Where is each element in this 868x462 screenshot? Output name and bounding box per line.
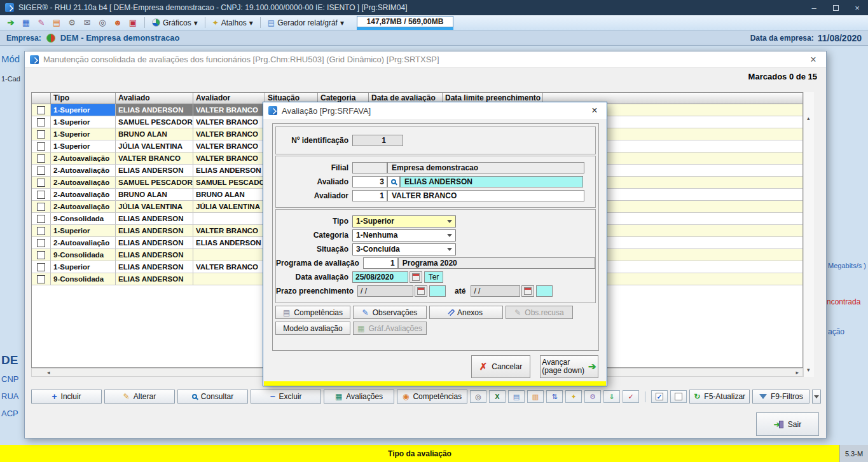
funnel-icon	[759, 394, 767, 399]
application-window: SIGER® - RHU 21.10a b4 [ DEM-Empresa dem…	[0, 0, 868, 462]
background-menu-fragment: Mód	[1, 53, 20, 64]
competencias-dialog-button[interactable]: ▤ Competências	[275, 306, 350, 319]
prazo-ate-field[interactable]: / /	[471, 285, 520, 297]
document-icon-button[interactable]: ▤	[508, 390, 525, 403]
programa-code-field[interactable]: 1	[363, 257, 398, 269]
main-toolbar: ➔ ▦ ✎ ▤ ⚙ ✉ ◎ ☻ ▣ Gráficos ▾ ✦ Atalhos ▾…	[0, 15, 868, 31]
mail-icon[interactable]: ✉	[80, 18, 94, 27]
maximize-button[interactable]	[825, 0, 846, 15]
avaliador-code-field[interactable]: 1	[352, 190, 387, 201]
atalhos-menu[interactable]: ✦ Atalhos ▾	[210, 18, 256, 27]
minimize-button[interactable]: –	[803, 0, 825, 15]
report-note-icon[interactable]: ✎	[34, 18, 48, 27]
header-avaliado[interactable]: Avaliado	[116, 93, 193, 104]
row-checkbox[interactable]	[37, 275, 45, 283]
row-checkbox[interactable]	[37, 203, 45, 211]
header-avaliador[interactable]: Avaliador	[193, 93, 265, 104]
settings-gear-icon[interactable]: ⚙	[65, 18, 79, 27]
prazo-de-field[interactable]: / /	[357, 285, 413, 297]
prazo-de-weekday-field	[429, 285, 446, 297]
calendar-button[interactable]	[415, 285, 427, 297]
scroll-right-icon[interactable]: ▸	[796, 369, 799, 376]
avaliado-code-field[interactable]: 3	[352, 176, 387, 187]
chevron-down-icon: ▾	[340, 18, 344, 27]
row-checkbox[interactable]	[37, 166, 45, 175]
avaliador-name-field[interactable]: VALTER BRANCO	[387, 190, 584, 201]
close-icon[interactable]: ×	[588, 105, 602, 116]
avaliado-name-field[interactable]: ELIAS ANDERSON	[400, 176, 583, 187]
gerador-menu[interactable]: ▤ Gerador relat/gráf ▾	[265, 18, 347, 27]
sort-icon-button[interactable]: ⇅	[546, 390, 563, 403]
close-icon[interactable]: ×	[806, 54, 821, 65]
situacao-select[interactable]: 3-Concluída	[352, 243, 456, 255]
graficos-menu[interactable]: Gráficos ▾	[149, 18, 200, 27]
row-checkbox[interactable]	[37, 179, 45, 187]
company-name: DEM - Empresa demonstracao	[60, 33, 180, 43]
row-checkbox[interactable]	[37, 227, 45, 235]
excel-export-icon-button[interactable]: X	[489, 390, 506, 403]
avancar-button[interactable]: Avançar (page down) ➔	[540, 355, 598, 378]
sair-button[interactable]: ➔ Sair	[756, 412, 819, 436]
consultar-button[interactable]: Consultar	[177, 390, 248, 404]
header-checkbox-column[interactable]	[32, 93, 51, 104]
alterar-button[interactable]: ✎ Alterar	[104, 390, 175, 404]
users-icon[interactable]: ☻	[111, 18, 125, 27]
checklist-icon-button[interactable]: ✓	[623, 390, 639, 403]
row-checkbox[interactable]	[37, 142, 45, 151]
filter-dropdown-button[interactable]	[812, 390, 821, 404]
row-checkbox[interactable]	[37, 154, 45, 163]
window-title: SIGER® - RHU 21.10a b4 [ DEM-Empresa dem…	[18, 3, 408, 12]
dialog-titlebar: Avaliação [Prg:SRFAVA] ×	[263, 102, 607, 119]
calendar-button[interactable]	[410, 271, 422, 283]
row-checkbox[interactable]	[37, 263, 45, 271]
refresh-company-icon[interactable]	[46, 34, 55, 43]
row-checkbox[interactable]	[37, 130, 45, 139]
close-button[interactable]: ×	[846, 0, 868, 15]
gear-icon-button[interactable]: ⚙	[584, 390, 601, 403]
data-avaliacao-field[interactable]: 25/08/2020	[352, 271, 408, 283]
printer-icon[interactable]: ▣	[126, 18, 140, 27]
download-icon-button[interactable]: ⇓	[603, 390, 620, 403]
vertical-scrollbar[interactable]: ▴ ▾	[803, 92, 814, 377]
row-checkbox[interactable]	[37, 106, 45, 114]
row-checkbox[interactable]	[37, 239, 45, 247]
excluir-button[interactable]: − Excluir	[251, 390, 321, 404]
calculator-icon[interactable]: ▦	[19, 18, 33, 27]
binoculars-icon-button[interactable]: ◎	[470, 390, 486, 403]
form-layout-icon[interactable]: ▤	[50, 18, 64, 27]
row-checkbox[interactable]	[37, 215, 45, 223]
competencias-button[interactable]: ◉ Competências	[397, 390, 467, 404]
observacoes-button[interactable]: ✎ Observações	[353, 306, 427, 319]
separator	[205, 17, 205, 28]
exit-icon[interactable]: ➔	[4, 18, 18, 27]
avaliado-lookup-button[interactable]	[387, 176, 400, 187]
row-checkbox[interactable]	[37, 191, 45, 199]
row-checkbox[interactable]	[37, 251, 45, 259]
hand-icon-button[interactable]: ✦	[565, 390, 582, 403]
f5-atualizar-button[interactable]: ↻ F5-Atualizar	[689, 390, 750, 404]
check-all-button[interactable]: ✓	[651, 390, 668, 403]
uncheck-all-button[interactable]	[670, 390, 687, 403]
view-icon[interactable]: ◎	[95, 18, 109, 27]
scroll-left-icon[interactable]: ◂	[47, 369, 50, 376]
filial-code-field[interactable]	[352, 162, 387, 173]
categoria-select[interactable]: 1-Nenhuma	[352, 229, 456, 241]
num-identificacao-field[interactable]: 1	[352, 135, 403, 146]
separator	[144, 17, 145, 28]
folder-icon-button[interactable]: ▥	[527, 390, 544, 403]
scroll-up-icon[interactable]: ▴	[807, 115, 810, 121]
row-checkbox[interactable]	[37, 118, 45, 126]
header-tipo[interactable]: Tipo	[51, 93, 116, 104]
avaliacoes-button[interactable]: ▦ Avaliações	[324, 390, 394, 404]
cancelar-button[interactable]: ✗ Cancelar	[471, 355, 530, 378]
anexos-button[interactable]: Anexos	[429, 306, 503, 319]
status-right-badge: 5.3-M	[839, 445, 868, 462]
calendar-button[interactable]	[521, 285, 534, 297]
modelo-avaliacao-button[interactable]: Modelo avaliação	[275, 322, 350, 335]
marked-counter: Marcados 0 de 15	[748, 72, 817, 81]
f9-filtros-button[interactable]: F9-Filtros	[752, 390, 809, 404]
chevron-down-icon	[447, 248, 452, 251]
scroll-down-icon[interactable]: ▾	[807, 367, 810, 373]
tipo-select[interactable]: 1-Superior	[352, 215, 456, 228]
incluir-button[interactable]: + Incluir	[31, 390, 102, 404]
